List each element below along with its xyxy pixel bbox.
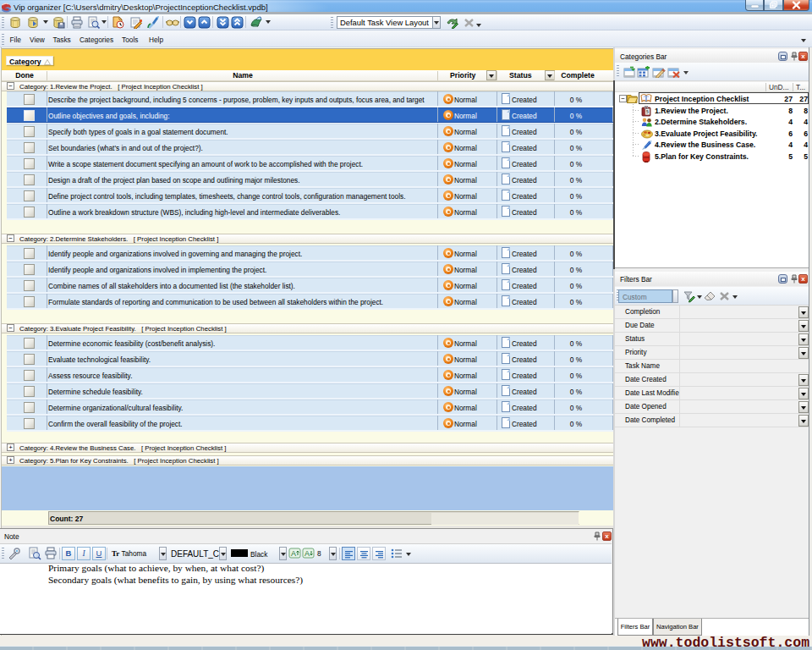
svg-text:A: A <box>304 549 310 558</box>
svg-text:A: A <box>291 549 296 558</box>
svg-text:5: 5 <box>646 109 649 114</box>
